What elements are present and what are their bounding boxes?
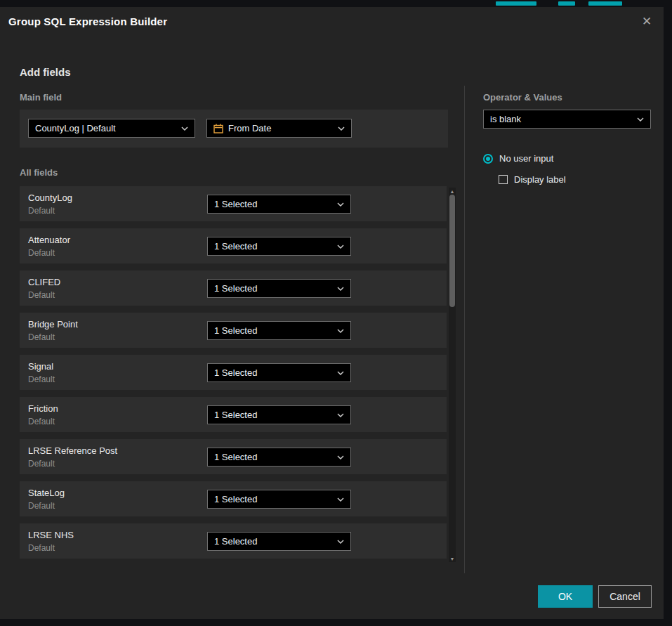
field-sublabel: Default [28,543,74,553]
close-icon[interactable]: ✕ [640,14,654,28]
all-fields-list: CountyLog Default 1 Selected Attenuator … [20,186,456,562]
chevron-down-icon [338,126,345,131]
chevron-down-icon [337,497,344,502]
cancel-button[interactable]: Cancel [598,585,652,608]
chevron-down-icon [337,540,344,544]
field-row-lrse-nhs: LRSE NHS Default 1 Selected [20,523,447,559]
field-info: StateLog Default [20,488,65,511]
field-row-friction: Friction Default 1 Selected [20,397,447,432]
field-values-selected: 1 Selected [214,241,257,252]
field-values-selected: 1 Selected [214,325,257,336]
chevron-down-icon [181,126,188,131]
layer-select-dropdown[interactable]: CountyLog | Default [28,119,195,138]
field-row-attenuator: Attenuator Default 1 Selected [20,228,447,263]
field-name: LRSE Reference Post [28,445,117,456]
chevron-down-icon [337,329,344,333]
main-field-panel: CountyLog | Default From Date [20,110,448,148]
vertical-divider [464,86,465,573]
chevron-down-icon [337,413,344,417]
layer-select-value: CountyLog | Default [35,123,116,133]
field-values-dropdown[interactable]: 1 Selected [207,363,351,382]
field-name: LRSE NHS [28,530,74,540]
operator-values-label: Operator & Values [483,92,562,103]
operator-dropdown[interactable]: is blank [483,110,651,129]
add-fields-heading: Add fields [20,66,71,78]
date-field-value: From Date [228,123,271,133]
field-values-dropdown[interactable]: 1 Selected [207,321,351,340]
chevron-down-icon [337,202,344,207]
display-label-option: Display label [499,174,566,185]
field-values-selected: 1 Selected [214,536,257,547]
chevron-down-icon [337,287,344,291]
field-info: CLIFED Default [20,277,60,300]
field-sublabel: Default [28,501,65,511]
field-info: Attenuator Default [20,235,70,258]
background-partial-content [558,1,575,6]
date-field-dropdown[interactable]: From Date [206,119,352,138]
no-user-input-label: No user input [499,153,553,164]
chevron-down-icon [637,117,644,122]
chevron-down-icon [337,455,344,459]
field-values-dropdown[interactable]: 1 Selected [207,195,351,214]
main-field-label: Main field [20,92,62,103]
field-values-selected: 1 Selected [214,452,257,462]
display-label-checkbox[interactable] [499,175,508,184]
scrollbar-thumb[interactable] [449,195,455,307]
field-name: CountyLog [28,193,72,203]
field-info: LRSE Reference Post Default [20,445,117,469]
field-values-dropdown[interactable]: 1 Selected [207,448,351,467]
field-info: CountyLog Default [20,193,72,216]
app-background: { "window": { "title": "Group SQL Expres… [0,0,672,626]
field-sublabel: Default [28,417,58,426]
field-info: Bridge Point Default [20,319,78,342]
field-values-dropdown[interactable]: 1 Selected [207,490,351,509]
radio-dot [486,157,490,161]
all-fields-label: All fields [20,167,58,178]
field-row-signal: Signal Default 1 Selected [20,355,447,390]
field-row-countylog: CountyLog Default 1 Selected [20,186,447,221]
field-row-bridge-point: Bridge Point Default 1 Selected [20,313,447,348]
scroll-down-arrow-icon[interactable]: ▼ [449,555,456,562]
field-name: Friction [28,403,58,414]
field-name: Signal [28,361,55,372]
calendar-icon [213,124,223,133]
field-name: Bridge Point [28,319,78,330]
group-sql-expression-builder-dialog: Group SQL Expression Builder ✕ Add field… [0,7,664,619]
field-values-dropdown[interactable]: 1 Selected [207,405,351,424]
list-scrollbar[interactable]: ▲ ▼ [449,188,456,562]
no-user-input-radio[interactable] [483,154,493,164]
field-sublabel: Default [28,459,117,469]
field-values-selected: 1 Selected [214,410,257,420]
field-sublabel: Default [28,332,78,342]
field-info: Signal Default [20,361,55,384]
field-sublabel: Default [28,290,60,300]
field-sublabel: Default [28,206,72,216]
field-row-lrse-reference-post: LRSE Reference Post Default 1 Selected [20,439,447,474]
background-partial-content [496,1,536,6]
chevron-down-icon [337,244,344,249]
field-info: LRSE NHS Default [20,530,74,553]
scrollbar-track[interactable] [449,195,456,555]
dialog-title: Group SQL Expression Builder [8,15,167,27]
field-values-dropdown[interactable]: 1 Selected [207,532,351,551]
scroll-up-arrow-icon[interactable]: ▲ [449,188,456,195]
field-values-dropdown[interactable]: 1 Selected [207,279,351,298]
operator-value: is blank [490,114,521,124]
field-name: CLIFED [28,277,60,287]
ok-button[interactable]: OK [538,585,593,608]
field-row-statelog: StateLog Default 1 Selected [20,481,447,516]
field-name: StateLog [28,488,65,498]
field-values-selected: 1 Selected [214,283,257,294]
background-partial-content [588,1,622,6]
field-info: Friction Default [20,403,58,426]
field-values-selected: 1 Selected [214,367,257,378]
dialog-footer: OK Cancel [0,585,664,609]
field-values-selected: 1 Selected [214,494,257,504]
field-row-clifed: CLIFED Default 1 Selected [20,270,447,306]
display-label-label: Display label [514,174,566,185]
field-name: Attenuator [28,235,70,245]
dialog-title-bar: Group SQL Expression Builder ✕ [0,7,664,35]
field-values-dropdown[interactable]: 1 Selected [207,237,351,256]
chevron-down-icon [337,371,344,375]
field-sublabel: Default [28,248,70,258]
